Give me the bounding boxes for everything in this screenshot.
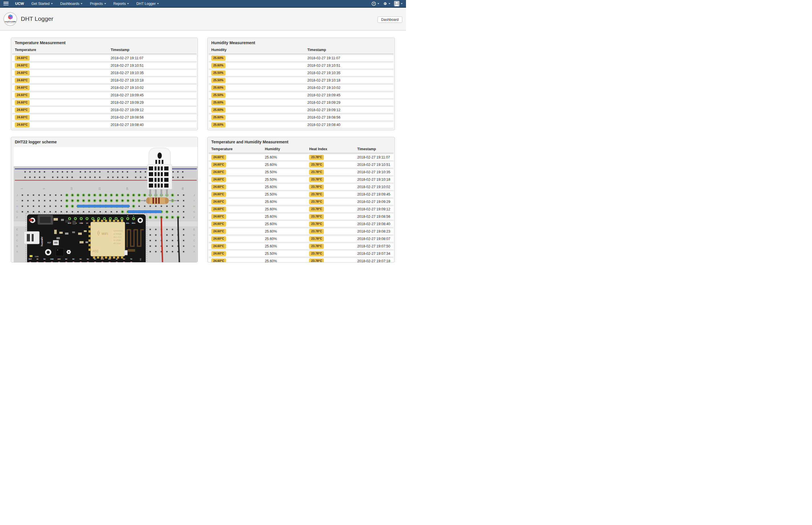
svg-text:30: 30 xyxy=(181,187,184,190)
column-header: Heat Index xyxy=(307,147,354,153)
menu-toggle-icon[interactable] xyxy=(3,2,9,5)
temperature-panel: Temperature Measurement TemperatureTimes… xyxy=(11,38,198,130)
table-cell: 2018-02-27 19:08:23 xyxy=(355,228,394,235)
table-cell: 2018-02-27 19:07:34 xyxy=(355,250,394,257)
user-menu[interactable] xyxy=(394,1,402,6)
value-badge: 23.78°C xyxy=(309,222,324,226)
table-cell: 25.60% xyxy=(262,258,307,262)
table-cell: 2018-02-27 19:10:51 xyxy=(305,62,394,69)
table-cell: 24.60°C xyxy=(209,183,262,190)
nav-item-dashboards[interactable]: Dashboards xyxy=(60,2,83,6)
dashboard-button[interactable]: Dashboard xyxy=(378,16,402,23)
table-row: 25.50%2018-02-27 19:09:45 xyxy=(209,92,394,99)
svg-text:5: 5 xyxy=(43,188,45,189)
svg-text:I: I xyxy=(194,199,194,202)
value-badge: 24.60°C xyxy=(211,214,226,219)
value-badge: 24.60°C xyxy=(211,162,226,167)
table-row: 24.60°C25.60%23.78°C2018-02-27 19:08:56 xyxy=(209,213,394,220)
table-cell: 2018-02-27 19:11:07 xyxy=(355,154,394,161)
value-badge: 24.60°C xyxy=(211,251,226,256)
svg-text:MO: MO xyxy=(108,258,111,260)
table-cell: 2018-02-27 19:10:18 xyxy=(355,176,394,183)
svg-text:B: B xyxy=(193,245,195,248)
table-cell: 25.50% xyxy=(262,169,307,176)
table-cell: 2018-02-27 19:08:40 xyxy=(108,121,196,128)
nav-item-projects[interactable]: Projects xyxy=(90,2,106,6)
table-cell: 25.50% xyxy=(209,70,305,76)
logo-text: Unity|Cloud|Ware xyxy=(4,21,16,23)
value-badge: 24.60°C xyxy=(15,100,30,105)
svg-text:15: 15 xyxy=(98,187,101,190)
top-navbar: UCW Get StartedDashboardsProjectsReports… xyxy=(0,0,406,8)
panel-title: Temperature and Humidity Measurement xyxy=(208,137,395,146)
chevron-down-icon xyxy=(401,3,402,4)
value-badge: 24.60°C xyxy=(211,199,226,204)
table-row: 24.60°C25.50%23.78°C2018-02-27 19:09:45 xyxy=(209,191,394,198)
table-row: 25.60%2018-02-27 19:09:12 xyxy=(209,107,394,114)
svg-text:G: G xyxy=(16,210,18,213)
page-header: Unity|Cloud|Ware Think Connected DHT Log… xyxy=(0,8,406,30)
svg-text:E: E xyxy=(16,228,18,231)
svg-text:USB: USB xyxy=(79,222,83,224)
table-cell: 24.60°C xyxy=(12,70,108,76)
table-cell: 2018-02-27 19:11:07 xyxy=(108,55,196,62)
value-badge: 25.60% xyxy=(211,107,225,112)
table-row: 24.60°C25.60%23.78°C2018-02-27 19:07:50 xyxy=(209,243,394,250)
table-row: 24.60°C25.60%23.78°C2018-02-27 19:11:07 xyxy=(209,154,394,161)
svg-text:NC: NC xyxy=(72,258,75,260)
settings-menu[interactable] xyxy=(383,1,390,6)
table-cell: 23.78°C xyxy=(307,221,354,227)
column-header: Humidity xyxy=(262,147,307,153)
table-row: 25.60%2018-02-27 19:08:40 xyxy=(209,121,394,128)
value-badge: 23.78°C xyxy=(309,162,324,167)
value-badge: 24.60°C xyxy=(211,236,226,241)
data-table: TemperatureHumidityHeat IndexTimestamp24… xyxy=(209,146,394,262)
value-badge: 23.78°C xyxy=(309,207,324,211)
table-cell: 2018-02-27 19:11:07 xyxy=(305,55,394,62)
table-cell: 24.60°C xyxy=(12,114,108,121)
table-row: 24.60°C2018-02-27 19:08:40 xyxy=(12,121,196,128)
value-badge: 24.60°C xyxy=(15,107,30,112)
nav-item-reports[interactable]: Reports xyxy=(114,2,129,6)
column-header: Temperature xyxy=(12,47,108,54)
dht22-scheme-image: 1510152030JJIIHHGGFFEEDDCCBBAABATENUSB14… xyxy=(14,147,198,262)
value-badge: 24.60°C xyxy=(15,56,30,60)
nav-item-dht-logger[interactable]: DHT Logger xyxy=(136,2,159,6)
nav-brand[interactable]: UCW xyxy=(15,1,24,6)
svg-text:A: A xyxy=(16,250,18,253)
table-cell: 2018-02-27 19:10:18 xyxy=(108,77,196,84)
table-cell: 25.60% xyxy=(262,228,307,235)
nav-item-get-started[interactable]: Get Started xyxy=(31,2,53,6)
table-row: 24.60°C2018-02-27 19:10:35 xyxy=(12,70,196,76)
table-cell: 2018-02-27 19:09:29 xyxy=(305,99,394,106)
scheme-image-container: 1510152030JJIIHHGGFFEEDDCCBBAABATENUSB14… xyxy=(14,147,197,262)
table-row: 24.60°C2018-02-27 19:10:51 xyxy=(12,62,196,69)
table-cell: 2018-02-27 19:10:02 xyxy=(305,84,394,91)
svg-text:I: I xyxy=(17,199,17,202)
dht22-sensor xyxy=(147,148,172,196)
table-row: 24.60°C25.60%23.78°C2018-02-27 19:10:02 xyxy=(209,183,394,190)
value-badge: 23.78°C xyxy=(309,169,324,175)
table-row: 24.60°C25.60%23.78°C2018-02-27 19:08:40 xyxy=(209,221,394,227)
value-badge: 24.60°C xyxy=(15,85,30,90)
help-menu[interactable]: ? xyxy=(371,1,379,6)
table-cell: 2018-02-27 19:10:35 xyxy=(305,70,394,76)
table-row: 24.60°C25.50%23.78°C2018-02-27 19:07:34 xyxy=(209,250,394,257)
table-cell: 24.60°C xyxy=(12,55,108,62)
table-cell: 23.78°C xyxy=(307,228,354,235)
table-cell: 25.60% xyxy=(262,243,307,250)
table-cell: 25.50% xyxy=(209,92,305,99)
value-badge: 23.78°C xyxy=(309,244,324,249)
svg-text:F: F xyxy=(16,216,18,219)
table-row: 25.60%2018-02-27 19:11:07 xyxy=(209,55,394,62)
value-badge: 24.60°C xyxy=(15,71,30,75)
table-cell: 23.78°C xyxy=(307,206,354,213)
value-badge: 23.78°C xyxy=(309,229,324,234)
svg-text:SCL: SCL xyxy=(126,222,130,224)
column-header: Timestamp xyxy=(108,47,196,54)
table-cell: 2018-02-27 19:10:02 xyxy=(108,84,196,91)
table-row: 24.60°C25.60%23.78°C2018-02-27 19:07:18 xyxy=(209,258,394,262)
svg-text:NC: NC xyxy=(65,258,68,260)
app-logo: Unity|Cloud|Ware Think Connected xyxy=(3,12,17,26)
value-badge: 23.78°C xyxy=(309,192,324,197)
